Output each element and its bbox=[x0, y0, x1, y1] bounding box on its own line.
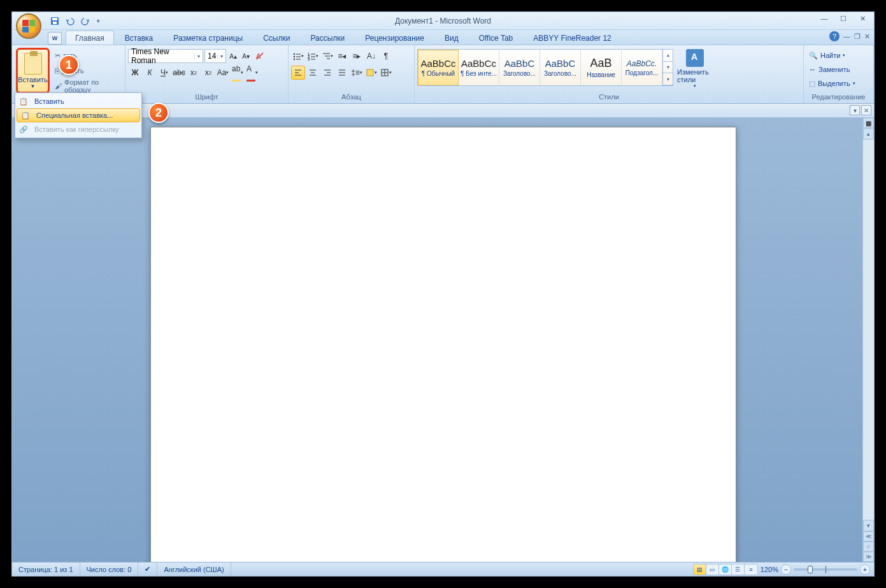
find-button[interactable]: 🔍Найти▾ bbox=[806, 49, 848, 62]
tab-references[interactable]: Ссылки bbox=[254, 31, 299, 45]
zoom-slider[interactable] bbox=[794, 568, 857, 571]
redo-icon[interactable] bbox=[78, 14, 92, 28]
align-center-button[interactable] bbox=[306, 66, 320, 80]
tab-review[interactable]: Рецензирование bbox=[355, 31, 434, 45]
prev-page-icon[interactable]: ≪ bbox=[863, 531, 874, 541]
zoom-out-button[interactable]: − bbox=[781, 564, 791, 575]
style-heading2[interactable]: AaBbCЗаголово... bbox=[540, 50, 581, 85]
menu-paste-special[interactable]: 📋 Специальная вставка... bbox=[17, 108, 140, 122]
sort-button[interactable]: A↓ bbox=[364, 49, 378, 63]
draft-view-icon[interactable]: ≡ bbox=[745, 564, 757, 575]
print-layout-view-icon[interactable]: ▤ bbox=[694, 564, 706, 575]
decrease-indent-button[interactable]: ≡◂ bbox=[335, 49, 349, 63]
strikethrough-button[interactable]: abc bbox=[172, 66, 186, 80]
style-subtitle[interactable]: AaBbCc.Подзагол... bbox=[622, 50, 662, 85]
increase-indent-button[interactable]: ≡▸ bbox=[350, 49, 364, 63]
save-icon[interactable] bbox=[48, 14, 62, 28]
tab-abbyy[interactable]: ABBYY FineReader 12 bbox=[524, 31, 621, 45]
annotation-callout-2: 2 bbox=[148, 103, 169, 123]
change-styles-icon bbox=[686, 49, 704, 67]
bullets-button[interactable]: ▾ bbox=[291, 49, 305, 63]
paste-button[interactable]: Вставить ▼ 1 bbox=[16, 48, 50, 94]
tab-insert[interactable]: Вставка bbox=[115, 31, 163, 45]
style-normal[interactable]: AaBbCc¶ Обычный bbox=[418, 50, 459, 85]
replace-button[interactable]: ↔Заменить bbox=[806, 63, 852, 76]
tabbar-dropdown-icon[interactable]: ▾ bbox=[850, 105, 860, 115]
gallery-row-down-icon[interactable]: ▾ bbox=[662, 62, 673, 74]
word-doc-icon[interactable]: W bbox=[48, 32, 62, 45]
zoom-thumb[interactable] bbox=[808, 566, 813, 573]
scroll-down-icon[interactable]: ▾ bbox=[863, 520, 874, 531]
tab-home[interactable]: Главная bbox=[66, 31, 114, 45]
tab-layout[interactable]: Разметка страницы bbox=[164, 31, 252, 45]
bold-button[interactable]: Ж bbox=[128, 66, 142, 80]
scroll-up-icon[interactable]: ▴ bbox=[863, 128, 874, 140]
font-name-combo[interactable]: Times New Roman▾ bbox=[128, 49, 203, 63]
close-button[interactable]: ✕ bbox=[854, 12, 871, 25]
select-button[interactable]: ⬚Выделить▾ bbox=[806, 77, 858, 90]
status-spellcheck[interactable]: ✔ bbox=[138, 563, 157, 576]
font-color-button[interactable]: A▾ bbox=[245, 66, 259, 80]
grow-font-icon[interactable]: A▴ bbox=[227, 49, 239, 63]
highlight-button[interactable]: ab▾ bbox=[231, 66, 245, 80]
borders-button[interactable]: ▾ bbox=[379, 66, 393, 80]
mdi-restore-icon[interactable]: ❐ bbox=[854, 32, 861, 41]
select-icon: ⬚ bbox=[809, 80, 815, 88]
change-case-button[interactable]: Aa▾ bbox=[216, 66, 230, 80]
gallery-more-icon[interactable]: ▾ bbox=[662, 73, 673, 85]
gallery-row-up-icon[interactable]: ▴ bbox=[662, 50, 673, 62]
ruler-toggle-icon[interactable]: ▦ bbox=[863, 118, 874, 128]
status-language[interactable]: Английский (США) bbox=[157, 563, 231, 576]
tab-view[interactable]: Вид bbox=[435, 31, 468, 45]
vertical-scrollbar[interactable]: ▦ ▴ ▾ ≪ ○ ≫ bbox=[862, 118, 874, 562]
format-painter-button[interactable]: 🖌Формат по образцу bbox=[52, 80, 122, 92]
shrink-font-icon[interactable]: A▾ bbox=[240, 49, 252, 63]
multilevel-list-button[interactable]: ▾ bbox=[320, 49, 334, 63]
zoom-level[interactable]: 120% bbox=[761, 566, 778, 573]
tab-officetab[interactable]: Office Tab bbox=[469, 31, 523, 45]
status-word-count[interactable]: Число слов: 0 bbox=[80, 563, 139, 576]
web-layout-view-icon[interactable]: 🌐 bbox=[719, 564, 732, 575]
office-button[interactable] bbox=[16, 13, 41, 39]
browse-object-icon[interactable]: ○ bbox=[863, 541, 874, 552]
mdi-minimize-icon[interactable]: — bbox=[843, 32, 850, 40]
show-marks-button[interactable]: ¶ bbox=[379, 49, 393, 63]
tab-mailings[interactable]: Рассылки bbox=[301, 31, 354, 45]
qat-customize-icon[interactable]: ▾ bbox=[94, 14, 103, 28]
italic-button[interactable]: К bbox=[143, 66, 157, 80]
mdi-close-icon[interactable]: ✕ bbox=[864, 32, 870, 41]
help-icon[interactable]: ? bbox=[829, 31, 840, 41]
document-page[interactable] bbox=[150, 127, 736, 562]
shading-button[interactable]: ▾ bbox=[364, 66, 378, 80]
subscript-button[interactable]: x2 bbox=[187, 66, 201, 80]
change-styles-button[interactable]: Изменить стили ▾ bbox=[677, 49, 713, 89]
numbering-button[interactable]: 123▾ bbox=[306, 49, 320, 63]
font-group-label: Шрифт bbox=[128, 93, 285, 103]
svg-point-7 bbox=[294, 56, 295, 57]
menu-paste[interactable]: 📋 Вставить bbox=[15, 94, 141, 108]
next-page-icon[interactable]: ≫ bbox=[863, 552, 874, 562]
clear-formatting-icon[interactable]: A bbox=[253, 49, 267, 63]
full-screen-view-icon[interactable]: ▭ bbox=[706, 564, 719, 575]
align-right-button[interactable] bbox=[320, 66, 334, 80]
underline-button[interactable]: Ч▾ bbox=[157, 66, 171, 80]
style-no-spacing[interactable]: AaBbCc¶ Без инте... bbox=[459, 50, 499, 85]
justify-button[interactable] bbox=[335, 66, 349, 80]
line-spacing-button[interactable]: ‡≡▾ bbox=[350, 66, 364, 80]
maximize-button[interactable]: ☐ bbox=[834, 12, 852, 25]
paste-dropdown-arrow[interactable]: ▼ bbox=[31, 83, 36, 89]
tabbar-close-icon[interactable]: ✕ bbox=[861, 105, 871, 115]
clipboard-icon bbox=[24, 53, 42, 75]
superscript-button[interactable]: x2 bbox=[201, 66, 215, 80]
align-left-button[interactable] bbox=[291, 66, 305, 80]
undo-icon[interactable] bbox=[63, 14, 77, 28]
style-title[interactable]: АаВНазвание bbox=[581, 50, 622, 85]
minimize-button[interactable]: — bbox=[815, 12, 833, 25]
font-size-combo[interactable]: 14▾ bbox=[204, 49, 226, 63]
outline-view-icon[interactable]: ☰ bbox=[732, 564, 745, 575]
scroll-track[interactable] bbox=[863, 140, 874, 520]
status-page[interactable]: Страница: 1 из 1 bbox=[12, 563, 80, 576]
spellcheck-icon: ✔ bbox=[145, 565, 150, 573]
style-heading1[interactable]: AaBbCЗаголово... bbox=[499, 50, 540, 85]
zoom-in-button[interactable]: + bbox=[860, 564, 870, 575]
